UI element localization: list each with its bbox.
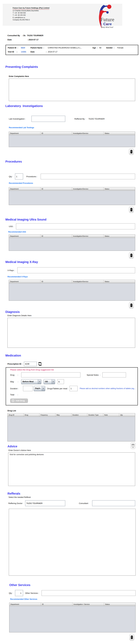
lab-delete-button[interactable] (129, 148, 134, 155)
frequency-select[interactable]: OD ▼ (44, 379, 55, 384)
drug-entry-box: Please select the Drug from Drug suggess… (6, 367, 138, 406)
other-services-delete-button[interactable] (130, 634, 134, 640)
gender-label: Gender : (106, 47, 117, 49)
recommended-procedures-label: Recommended Procedures (9, 182, 139, 184)
uss-input[interactable] (16, 224, 135, 229)
diagnosis-title: Diagnosis (6, 310, 139, 314)
refresh-prescription-button[interactable] (38, 362, 42, 366)
add-drug-button[interactable]: + Add Drug (10, 398, 28, 403)
procedures-input[interactable] (41, 174, 135, 179)
consult-date-label: Date : (8, 38, 28, 41)
drug-list-label: Drug List (8, 410, 139, 412)
laboratory-title: Laboratory Investigations (6, 104, 139, 108)
xray-label: X-Rays : (8, 269, 17, 272)
advice-label: Enter Doctor's Advice Here (8, 449, 139, 452)
uss-delete-button[interactable] (129, 252, 134, 258)
column-header: Investigation/Service (72, 280, 104, 283)
way-label: Way : (10, 380, 21, 383)
xray-input[interactable] (17, 267, 135, 273)
trash-icon (130, 303, 132, 307)
trash-icon (131, 635, 133, 639)
other-qty-input[interactable] (15, 590, 23, 596)
column-header: ID (41, 603, 72, 606)
complaints-textarea[interactable] (9, 78, 135, 101)
diagnosis-textarea[interactable] (8, 318, 135, 348)
per-meal-input[interactable] (70, 386, 78, 391)
column-header: Drug ID (8, 414, 24, 416)
duration-input[interactable] (23, 386, 32, 391)
recommended-other-label: Recommended Other Services (10, 598, 139, 600)
column-header: Department (9, 280, 40, 283)
prescription-id-input[interactable] (24, 362, 37, 366)
column-header: Department (9, 234, 40, 238)
uss-label: USS : (9, 225, 16, 228)
gender-value: Female (117, 47, 124, 49)
section-procedures: Procedures Qty : Procedures : Recommende… (0, 160, 139, 213)
procedures-table-body[interactable] (9, 191, 135, 205)
duration-unit-value: Day/s (34, 386, 42, 391)
procedures-qty-input[interactable] (15, 174, 23, 180)
lab-investigation-label: Lab Investingation : (9, 118, 32, 120)
refresh-icon (38, 362, 42, 366)
xray-delete-button[interactable] (129, 302, 134, 308)
section-laboratory: Laboratory Investigations Lab Investinga… (0, 104, 139, 155)
xray-title: Medical Imaging X-Ray (6, 260, 139, 264)
procedures-delete-button[interactable] (129, 206, 134, 213)
complaints-label: Enter Complaints Here (9, 75, 139, 78)
consultant-input[interactable] (92, 500, 135, 506)
total-label: Total : (10, 394, 18, 396)
company-info: Future Care by Future Holdings (Pty) Lim… (13, 7, 49, 21)
special-notes-label: Special Notes : (87, 374, 100, 376)
company-email: E: jude@future.sc (13, 16, 49, 19)
column-header: Investigation / Service (72, 603, 104, 606)
advice-delete-button[interactable] (131, 442, 135, 449)
other-services-input[interactable] (42, 590, 136, 596)
drug-input[interactable] (21, 372, 80, 378)
column-header: Fequency (40, 414, 56, 416)
other-services-table: DepartmentIDInvestigation / ServiceStatu… (9, 602, 136, 632)
logo-tagline: Body Mind Soul (101, 26, 113, 28)
column-header: Department (10, 603, 41, 606)
column-header: Investigation/Service (72, 187, 104, 190)
meal-timing-select[interactable]: Before Meal ▼ (21, 379, 41, 384)
column-header: Status (104, 280, 135, 283)
add-drug-label: Add Drug (16, 400, 25, 402)
chevron-down-icon: ▼ (52, 380, 55, 384)
advice-textarea[interactable]: Visit for correction and polishing dentu… (8, 452, 135, 486)
lab-investigation-input[interactable] (32, 116, 65, 122)
patient-name-label: Patient Name : (30, 47, 48, 49)
trash-icon (130, 254, 132, 257)
referral-list-box[interactable] (9, 509, 136, 576)
other-services-table-body[interactable] (10, 606, 136, 632)
referrals-title: Refferals (8, 492, 139, 495)
section-presenting-complaints: Presenting Complaints Enter Complaints H… (0, 65, 139, 102)
drug-warning-text: Please select the Drug from Drug suggess… (10, 368, 136, 371)
section-medication: Medication Prescription ID : Please sele… (0, 354, 139, 442)
column-header: Way (56, 414, 72, 416)
referring-doctor-input[interactable] (25, 500, 65, 506)
column-header: Duration (72, 414, 88, 416)
xray-table: DepartmentIDInvestigation/ServiceStatus (9, 280, 135, 301)
drug-label: Drug : (10, 374, 21, 376)
uss-table-body[interactable] (9, 238, 135, 250)
consultant-label: Consultant (79, 502, 88, 504)
column-header: Investigation/Service (72, 132, 104, 135)
other-services-input-label: Other Services : (25, 592, 42, 594)
uss-table: DepartmentIDInvestigation/ServiceStatus (9, 234, 135, 251)
xray-table-body[interactable] (9, 283, 135, 300)
duration-unit-select[interactable]: Day/s ▼ (34, 386, 45, 391)
referred-by-value: TAZIO TOURNIER (88, 118, 104, 120)
drug-list-table-body[interactable] (8, 417, 135, 441)
special-notes-input[interactable] (102, 372, 126, 378)
visit-id-value: 14355 (21, 51, 30, 53)
frequency-qty-input[interactable] (58, 379, 64, 384)
column-header: Status (104, 187, 135, 190)
column-header: Department (9, 132, 40, 135)
procedures-qty-label: Qty : (9, 176, 15, 178)
logo-heart-icon: ♥ (106, 23, 108, 25)
visit-date-value: 2024-07-17 (48, 51, 58, 53)
other-services-title: Other Services (9, 583, 139, 587)
lab-table-body[interactable] (9, 135, 135, 147)
diagnosis-label: Enter Diagnosis Details Here (8, 314, 139, 316)
recommended-lab-label: Recommended Lab Testings (9, 126, 139, 129)
